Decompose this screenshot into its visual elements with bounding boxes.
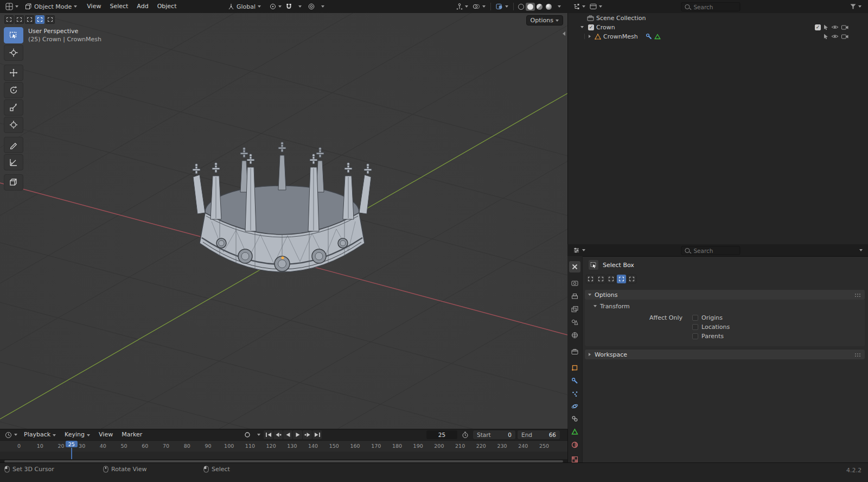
previous-keyframe-button[interactable] (273, 430, 283, 439)
select-mode-set[interactable] (586, 275, 595, 283)
menu-view[interactable]: View (82, 0, 105, 13)
tab-object[interactable] (569, 362, 580, 373)
timeline-ruler[interactable]: 0102030405060708090100110120130140150160… (0, 440, 567, 452)
menu-add[interactable]: Add (132, 0, 152, 13)
collection-checkbox[interactable] (588, 24, 594, 30)
expand-chevron-icon[interactable] (589, 35, 591, 38)
tab-physics[interactable] (569, 401, 580, 412)
menu-timeline-view[interactable]: View (94, 429, 117, 440)
modifier-wrench-icon[interactable] (646, 33, 652, 40)
outliner-row-scene-collection[interactable]: Scene Collection (567, 14, 868, 22)
eye-icon[interactable] (831, 34, 839, 39)
tool-scale[interactable] (4, 99, 23, 116)
jump-to-start-button[interactable] (264, 430, 273, 439)
outliner-filter-dropdown[interactable] (848, 1, 864, 12)
selectable-pointer-icon[interactable] (824, 24, 828, 30)
pivot-point-dropdown[interactable] (267, 1, 284, 12)
locations-checkbox[interactable] (692, 324, 698, 330)
select-mode-extend[interactable] (15, 15, 24, 24)
origins-checkbox[interactable] (692, 315, 698, 321)
eye-icon[interactable] (831, 24, 839, 30)
select-mode-extend[interactable] (596, 275, 605, 283)
transform-subpanel-header[interactable]: Transform (585, 300, 865, 311)
select-mode-invert[interactable] (617, 275, 626, 283)
workspace-panel-header[interactable]: Workspace (585, 350, 865, 359)
timeline-tracks[interactable] (0, 452, 567, 459)
play-button[interactable] (293, 430, 302, 439)
menu-playback[interactable]: Playback (20, 429, 60, 440)
auto-keying-toggle[interactable] (242, 429, 253, 440)
tab-object-data[interactable] (569, 426, 580, 437)
jump-to-end-button[interactable] (312, 430, 322, 439)
tool-add-cube[interactable] (4, 174, 23, 191)
outliner-row-crown[interactable]: Crown (567, 23, 868, 31)
outliner-editor-type-dropdown[interactable] (571, 1, 588, 12)
panel-grip-icon[interactable] (854, 353, 861, 357)
select-mode-invert[interactable] (35, 15, 44, 24)
current-frame-field[interactable]: 25 (426, 430, 457, 439)
tab-render[interactable] (569, 277, 580, 289)
camera-icon[interactable] (841, 24, 848, 30)
end-frame-field[interactable]: End 66 (518, 430, 560, 439)
tool-measure[interactable] (4, 154, 23, 170)
camera-icon[interactable] (841, 34, 848, 39)
mesh-data-icon[interactable] (654, 34, 661, 40)
keying-set-dropdown[interactable] (253, 429, 263, 440)
tool-rotate[interactable] (4, 82, 23, 98)
tool-annotate[interactable] (4, 137, 23, 153)
proportional-falloff-dropdown[interactable] (317, 1, 327, 12)
tab-material[interactable] (569, 439, 580, 451)
properties-search-input[interactable] (692, 247, 732, 255)
outliner-search-input[interactable] (692, 3, 732, 11)
tool-select-box[interactable] (4, 27, 23, 43)
shading-dropdown[interactable] (553, 1, 563, 12)
gizmos-dropdown[interactable] (454, 1, 470, 12)
shading-wireframe-button[interactable] (516, 3, 526, 11)
sidebar-collapse-arrow[interactable] (563, 31, 565, 36)
menu-keying[interactable]: Keying (60, 429, 94, 440)
preview-range-toggle[interactable] (459, 429, 471, 440)
properties-search[interactable] (681, 246, 740, 255)
start-frame-field[interactable]: Start 0 (473, 430, 515, 439)
tool-options-dropdown[interactable]: Options (526, 15, 563, 26)
proportional-edit-toggle[interactable] (306, 1, 317, 12)
chevron-down-icon[interactable] (859, 249, 863, 251)
xray-toggle[interactable] (494, 1, 510, 12)
overlays-dropdown[interactable] (470, 1, 488, 12)
shading-material-button[interactable] (535, 3, 544, 11)
snap-toggle[interactable] (284, 1, 294, 12)
tab-output[interactable] (569, 291, 580, 302)
tool-move[interactable] (4, 65, 23, 81)
next-keyframe-button[interactable] (303, 430, 312, 439)
active-tool-icon[interactable] (588, 259, 599, 270)
shading-solid-button[interactable] (526, 3, 535, 11)
tab-tool[interactable] (569, 261, 580, 272)
properties-editor-type-dropdown[interactable] (571, 245, 588, 256)
menu-marker[interactable]: Marker (117, 429, 146, 440)
tab-view-layer[interactable] (569, 303, 580, 315)
menu-object[interactable]: Object (153, 0, 181, 13)
current-frame-badge[interactable]: 25 (66, 441, 78, 447)
tab-constraints[interactable] (569, 413, 580, 424)
select-mode-set[interactable] (4, 15, 14, 24)
timeline-scrollbar-thumb[interactable] (4, 460, 563, 462)
crown-model[interactable] (0, 13, 567, 429)
outliner-search[interactable] (681, 2, 740, 11)
tab-world[interactable] (569, 329, 580, 341)
outliner-row-crownmesh[interactable]: CrownMesh (567, 32, 868, 41)
expand-chevron-icon[interactable] (580, 26, 584, 28)
tab-modifiers[interactable] (569, 375, 580, 386)
shading-rendered-button[interactable] (544, 3, 553, 11)
panel-grip-icon[interactable] (854, 293, 861, 297)
tab-scene[interactable] (569, 316, 580, 328)
selectable-pointer-icon[interactable] (824, 34, 828, 40)
options-panel-header[interactable]: Options (585, 290, 865, 300)
tab-particles[interactable] (569, 388, 580, 399)
timeline-editor-type-dropdown[interactable] (3, 429, 20, 440)
tool-cursor[interactable] (4, 45, 23, 61)
viewport-3d[interactable]: Options User Perspective (25) Crown | Cr… (0, 13, 568, 429)
exclude-checkbox[interactable] (815, 24, 821, 30)
select-mode-subtract[interactable] (25, 15, 34, 24)
menu-select[interactable]: Select (105, 0, 132, 13)
transform-orientation-dropdown[interactable]: Global (226, 1, 263, 12)
